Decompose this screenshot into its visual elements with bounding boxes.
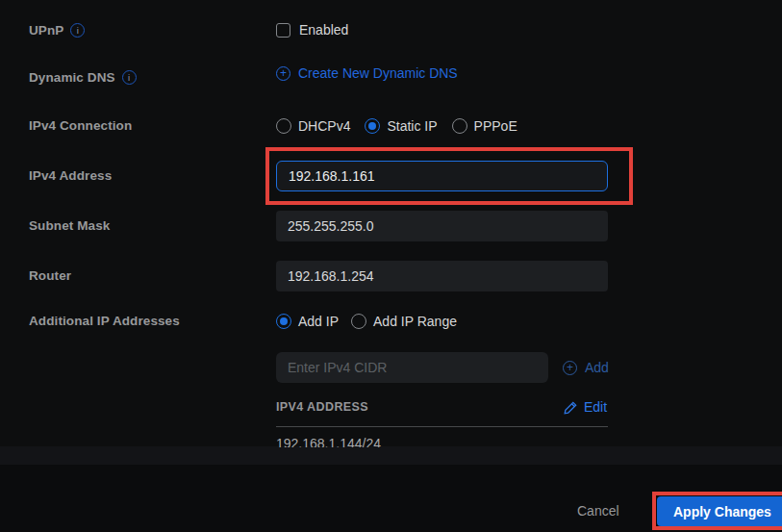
radio-label: PPPoE [474,118,517,134]
additional-ips-label: Additional IP Addresses [29,314,180,328]
additional-ips-label-text: Additional IP Addresses [29,314,180,328]
ipv4-address-input[interactable] [276,161,608,191]
add-ip-label: Add [585,360,609,375]
ipv4-cidr-input[interactable] [276,352,548,383]
radio-icon[interactable] [452,118,467,134]
upnp-label: UPnP i [29,23,85,38]
additional-ips-radio-group: Add IP Add IP Range [276,314,457,329]
dynamic-dns-label: Dynamic DNS i [29,70,137,85]
radio-option-static-ip[interactable]: Static IP [365,118,437,134]
radio-label: Add IP [298,314,339,329]
upnp-enabled-label: Enabled [299,22,348,38]
router-label-text: Router [29,268,71,283]
apply-changes-button[interactable]: Apply Changes [657,496,782,526]
radio-icon[interactable] [351,314,366,329]
dynamic-dns-label-text: Dynamic DNS [29,70,115,85]
radio-icon[interactable] [276,118,291,134]
plus-circle-icon [563,361,577,375]
radio-label: Add IP Range [373,314,457,329]
ipv4-address-column-header: IPV4 ADDRESS [276,400,368,414]
radio-label: Static IP [387,118,437,134]
ip-row-value: 192.168.1.144/24 [276,437,608,447]
subnet-mask-label-text: Subnet Mask [29,218,110,233]
radio-option-pppoe[interactable]: PPPoE [452,118,517,134]
subnet-mask-input[interactable] [276,211,608,241]
ipv4-address-label-text: IPv4 Address [29,168,112,183]
plus-circle-icon [276,66,290,81]
edit-ip-list-button[interactable]: Edit [564,399,607,415]
table-divider [276,426,608,427]
ipv4-connection-label-text: IPv4 Connection [29,118,132,133]
table-row: 192.168.1.144/24 [276,437,608,447]
create-dynamic-dns-label: Create New Dynamic DNS [298,65,458,81]
create-dynamic-dns-link[interactable]: Create New Dynamic DNS [276,65,458,81]
cancel-button[interactable]: Cancel [577,503,619,519]
checkbox-icon[interactable] [276,23,290,38]
radio-option-add-ip-range[interactable]: Add IP Range [351,314,457,329]
radio-option-dhcpv4[interactable]: DHCPv4 [276,118,350,134]
info-icon[interactable]: i [122,70,137,85]
router-label: Router [29,268,71,283]
upnp-label-text: UPnP [29,23,63,38]
radio-label: DHCPv4 [298,118,350,134]
panel-bottom-strip [0,446,782,465]
pencil-icon [564,400,578,415]
router-input[interactable] [276,261,608,291]
radio-option-add-ip[interactable]: Add IP [276,314,339,329]
ipv4-address-label: IPv4 Address [29,168,112,183]
radio-selected-icon[interactable] [365,118,380,134]
info-icon[interactable]: i [70,23,85,38]
subnet-mask-label: Subnet Mask [29,218,110,233]
ipv4-connection-radio-group: DHCPv4 Static IP PPPoE [276,118,517,134]
edit-label: Edit [584,399,607,415]
upnp-enabled-checkbox[interactable]: Enabled [276,22,348,38]
add-ip-button[interactable]: Add [563,360,609,375]
radio-selected-icon[interactable] [276,314,291,329]
ipv4-connection-label: IPv4 Connection [29,118,132,133]
